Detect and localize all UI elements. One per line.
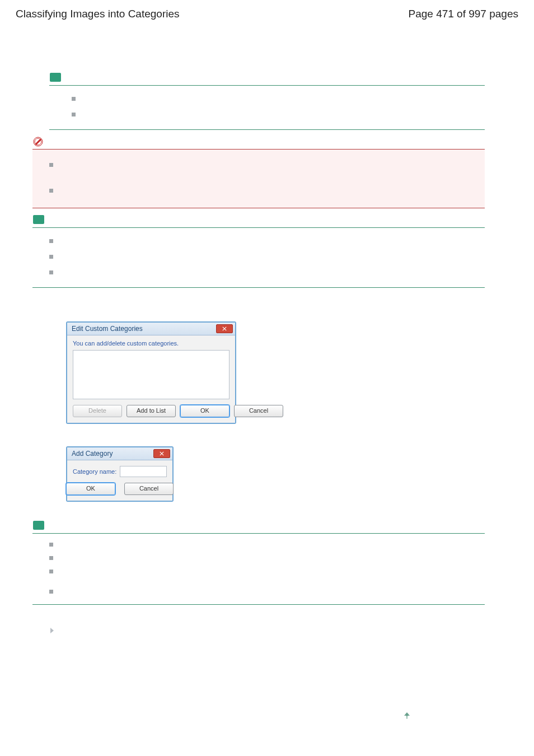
chevron-right-icon bbox=[49, 627, 485, 634]
svg-rect-2 bbox=[51, 76, 55, 77]
add-category-dialog: Add Category Category name: OK bbox=[66, 446, 174, 502]
svg-rect-15 bbox=[39, 218, 43, 220]
close-icon bbox=[159, 450, 165, 458]
cancel-button[interactable]: Cancel bbox=[234, 405, 283, 417]
svg-rect-31 bbox=[406, 717, 407, 718]
important-1-list bbox=[49, 161, 485, 197]
add-to-list-button[interactable]: Add to List bbox=[127, 405, 176, 417]
svg-rect-5 bbox=[56, 76, 60, 77]
category-name-input[interactable] bbox=[120, 466, 167, 477]
svg-rect-14 bbox=[39, 217, 43, 218]
dialog-titlebar[interactable]: Edit Custom Categories bbox=[67, 323, 235, 335]
note-icon bbox=[32, 520, 45, 530]
dialog-title: Edit Custom Categories bbox=[72, 325, 143, 333]
list-item bbox=[49, 268, 485, 278]
important-block-1 bbox=[32, 134, 485, 208]
list-item bbox=[49, 186, 485, 197]
svg-rect-13 bbox=[34, 220, 38, 221]
svg-rect-26 bbox=[39, 524, 43, 525]
note-icon bbox=[32, 214, 45, 225]
dialog-message: You can add/delete custom categories. bbox=[73, 340, 229, 347]
note-block-2 bbox=[32, 213, 485, 288]
list-item bbox=[49, 554, 485, 564]
page-header: Classifying Images into Categories Page … bbox=[16, 8, 518, 20]
svg-rect-24 bbox=[34, 526, 38, 527]
svg-rect-4 bbox=[56, 74, 60, 76]
ok-button[interactable]: OK bbox=[66, 483, 115, 495]
page: Classifying Images into Categories Page … bbox=[0, 0, 534, 756]
page-top-icon bbox=[403, 712, 411, 722]
svg-rect-11 bbox=[34, 217, 38, 218]
dialog-title: Add Category bbox=[72, 450, 113, 458]
category-listbox[interactable] bbox=[73, 350, 229, 399]
list-item bbox=[49, 161, 485, 171]
dialog-titlebar[interactable]: Add Category bbox=[67, 447, 172, 460]
close-button[interactable] bbox=[216, 324, 233, 333]
close-button[interactable] bbox=[153, 449, 170, 458]
list-item bbox=[49, 540, 485, 550]
list-item bbox=[72, 110, 485, 120]
note-block-1 bbox=[49, 71, 485, 130]
note-block-3 bbox=[32, 519, 485, 605]
note-3-list bbox=[49, 540, 485, 598]
close-icon bbox=[222, 325, 227, 333]
cancel-button[interactable]: Cancel bbox=[124, 483, 174, 495]
svg-rect-23 bbox=[34, 524, 38, 525]
list-item bbox=[72, 95, 485, 105]
svg-marker-28 bbox=[50, 628, 54, 633]
svg-rect-10 bbox=[33, 215, 44, 224]
list-item bbox=[49, 253, 485, 263]
svg-rect-22 bbox=[34, 522, 38, 524]
svg-rect-3 bbox=[51, 78, 55, 79]
svg-rect-21 bbox=[33, 521, 44, 530]
svg-rect-0 bbox=[50, 73, 61, 82]
svg-rect-27 bbox=[39, 526, 43, 527]
note-1-list bbox=[72, 95, 485, 120]
ok-button[interactable]: OK bbox=[180, 405, 229, 417]
svg-rect-6 bbox=[56, 78, 60, 79]
svg-rect-25 bbox=[39, 522, 43, 524]
page-top-link[interactable] bbox=[403, 711, 411, 722]
edit-custom-categories-dialog: Edit Custom Categories You can add/delet… bbox=[66, 321, 236, 424]
list-item bbox=[49, 237, 485, 247]
svg-rect-12 bbox=[34, 218, 38, 220]
page-content: Edit Custom Categories You can add/delet… bbox=[16, 71, 518, 634]
delete-button[interactable]: Delete bbox=[73, 405, 122, 417]
note-2-list bbox=[49, 237, 485, 278]
important-icon bbox=[32, 136, 45, 146]
svg-rect-16 bbox=[39, 220, 43, 221]
svg-rect-1 bbox=[51, 74, 55, 76]
page-indicator: Page 471 of 997 pages bbox=[408, 8, 518, 20]
note-icon bbox=[49, 72, 62, 82]
list-item bbox=[49, 567, 485, 577]
page-title: Classifying Images into Categories bbox=[16, 8, 180, 20]
category-name-label: Category name: bbox=[73, 468, 116, 475]
svg-rect-30 bbox=[406, 716, 407, 717]
svg-marker-29 bbox=[404, 712, 410, 716]
list-item bbox=[49, 587, 485, 598]
